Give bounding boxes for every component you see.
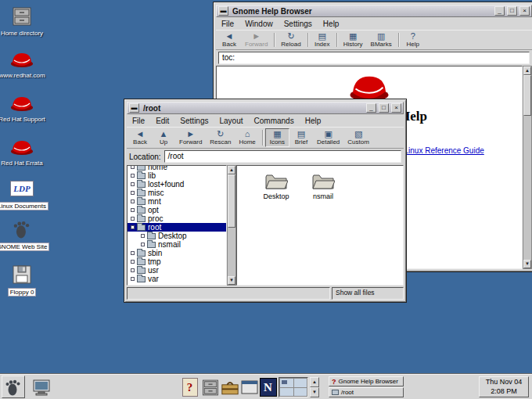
file-location-input[interactable]: /root xyxy=(164,150,401,163)
menu-settings[interactable]: Settings xyxy=(284,20,312,28)
menu-help[interactable]: Help xyxy=(323,20,340,28)
menu-help[interactable]: Help xyxy=(305,117,322,125)
tree-scrollbar[interactable]: ▲ ▼ xyxy=(227,165,236,286)
expander-icon[interactable] xyxy=(131,225,135,229)
desktop-icon-floppy-0[interactable]: Floppy 0 xyxy=(2,263,42,297)
expander-icon[interactable] xyxy=(131,251,135,255)
desktop-icon-home-directory[interactable]: Home directory xyxy=(2,5,42,37)
expander-icon[interactable] xyxy=(131,268,135,272)
tree-item-usr[interactable]: usr xyxy=(128,266,226,275)
desktop-icon-redhat-com[interactable]: www.redhat.com xyxy=(2,47,42,79)
expander-icon[interactable] xyxy=(131,200,135,203)
menu-file[interactable]: File xyxy=(221,20,234,28)
expander-icon[interactable] xyxy=(131,191,135,195)
scroll-up-icon[interactable]: ▲ xyxy=(523,66,531,75)
reload-button[interactable]: ↻ Reload xyxy=(277,31,304,49)
minimize-button[interactable]: _ xyxy=(366,103,376,113)
menu-edit[interactable]: Edit xyxy=(156,117,169,125)
pager-desktop-4[interactable] xyxy=(294,388,307,397)
expander-icon[interactable] xyxy=(131,182,135,186)
close-button[interactable]: × xyxy=(519,6,530,16)
tree-item-mnt[interactable]: mnt xyxy=(128,197,226,206)
rescan-button[interactable]: ↻ Rescan xyxy=(206,128,235,147)
window-menu-button[interactable]: ▬ xyxy=(218,6,228,16)
close-button[interactable]: × xyxy=(391,103,401,113)
desktop-icon-redhat-errata[interactable]: Red Hat Errata xyxy=(2,135,42,167)
scroll-thumb[interactable] xyxy=(228,174,235,228)
menu-file[interactable]: File xyxy=(132,117,145,125)
pager-down-icon[interactable]: ▼ xyxy=(310,387,319,397)
desktop-pager[interactable] xyxy=(279,377,308,397)
home-button[interactable]: ⌂ Home xyxy=(235,128,259,147)
brief-view-button[interactable]: ▤ Brief xyxy=(289,128,313,147)
expander-icon[interactable] xyxy=(141,243,145,246)
netscape-launcher[interactable]: N xyxy=(258,377,278,397)
help-scrollbar[interactable]: ▲ ▼ xyxy=(523,66,532,269)
desktop-icon-redhat-support[interactable]: Red Hat Support xyxy=(2,91,42,123)
maximize-button[interactable]: □ xyxy=(379,103,389,113)
expander-icon[interactable] xyxy=(131,217,135,221)
index-button[interactable]: ▤ Index xyxy=(311,31,334,49)
back-button[interactable]: ◄ Back xyxy=(217,31,241,49)
expander-icon[interactable] xyxy=(131,260,135,264)
bmarks-button[interactable]: ▥ BMarks xyxy=(367,31,396,49)
maximize-button[interactable]: □ xyxy=(507,6,517,16)
tree-item-opt[interactable]: opt xyxy=(128,206,226,214)
tree-item-root-selected[interactable]: root xyxy=(128,223,226,232)
help-titlebar[interactable]: ▬ Gnome Help Browser _ □ × xyxy=(216,5,532,17)
help-launcher[interactable]: ? xyxy=(180,377,200,397)
file-item-nsmail[interactable]: nsmail xyxy=(301,172,345,200)
app-window-launcher[interactable] xyxy=(239,377,259,397)
expander-icon[interactable] xyxy=(131,174,135,178)
scroll-trough[interactable] xyxy=(228,228,235,276)
icons-view-button[interactable]: ▦ Icons xyxy=(265,128,289,147)
scroll-thumb[interactable] xyxy=(523,75,531,116)
desktop-icon-gnome-web-site[interactable]: GNOME Web Site xyxy=(2,217,42,251)
task-help-browser[interactable]: ? Gnome Help Browser xyxy=(329,376,404,386)
tree-item-misc[interactable]: misc xyxy=(128,189,226,197)
expander-icon[interactable] xyxy=(131,208,135,212)
scroll-down-icon[interactable]: ▼ xyxy=(523,260,531,268)
custom-view-button[interactable]: ▧ Custom xyxy=(343,128,373,147)
file-titlebar[interactable]: ▬ /root _ □ × xyxy=(127,102,404,114)
history-button[interactable]: ▦ History xyxy=(340,31,367,49)
menu-layout[interactable]: Layout xyxy=(220,117,243,125)
scroll-up-icon[interactable]: ▲ xyxy=(228,166,235,174)
pager-up-icon[interactable]: ▲ xyxy=(310,377,319,387)
forward-button[interactable]: ► Forward xyxy=(175,128,206,147)
expander-icon[interactable] xyxy=(141,234,145,238)
toolbox-launcher[interactable] xyxy=(220,377,239,397)
help-button[interactable]: ? Help xyxy=(401,31,425,49)
forward-button[interactable]: ► Forward xyxy=(241,31,271,49)
display-launcher[interactable] xyxy=(31,377,51,397)
task-root-folder[interactable]: /root xyxy=(329,387,404,397)
up-button[interactable]: ▲ Up xyxy=(152,128,175,147)
pager-desktop-2[interactable] xyxy=(294,379,307,387)
tree-item-desktop[interactable]: Desktop xyxy=(128,232,226,240)
menu-commands[interactable]: Commands xyxy=(254,117,294,125)
expander-icon[interactable] xyxy=(131,165,135,169)
minimize-button[interactable]: _ xyxy=(494,6,505,16)
scroll-down-icon[interactable]: ▼ xyxy=(228,276,235,285)
tree-item-var[interactable]: var xyxy=(128,275,226,283)
tree-item-lib[interactable]: lib xyxy=(128,171,226,180)
tree-item-home[interactable]: home xyxy=(128,165,226,171)
tree-item-lost-found[interactable]: lost+found xyxy=(128,180,226,189)
tree-item-proc[interactable]: proc xyxy=(128,214,226,223)
pager-desktop-3[interactable] xyxy=(280,388,293,397)
file-item-desktop[interactable]: Desktop xyxy=(254,172,298,200)
window-menu-button[interactable]: ▬ xyxy=(129,103,139,113)
expander-icon[interactable] xyxy=(131,277,135,281)
scroll-trough[interactable] xyxy=(523,116,531,260)
desktop-icon-linux-documents[interactable]: LDP Linux Documents xyxy=(2,177,42,210)
tree-item-sbin[interactable]: sbin xyxy=(128,249,226,257)
pager-desktop-1[interactable] xyxy=(280,379,293,387)
drawer-launcher[interactable] xyxy=(200,377,220,397)
tree-item-tmp[interactable]: tmp xyxy=(128,257,226,266)
help-location-input[interactable]: toc: xyxy=(218,52,530,64)
menu-settings[interactable]: Settings xyxy=(180,117,208,125)
detailed-view-button[interactable]: ▣ Detailed xyxy=(313,128,343,147)
back-button[interactable]: ◄ Back xyxy=(128,128,152,147)
tree-item-nsmail[interactable]: nsmail xyxy=(128,240,226,249)
menu-window[interactable]: Window xyxy=(245,20,273,28)
